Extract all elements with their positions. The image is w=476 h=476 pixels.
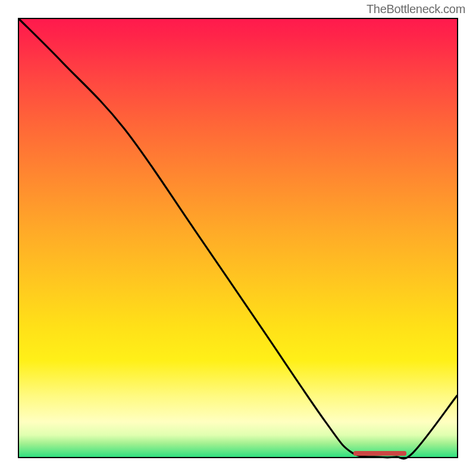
chart-line (19, 19, 457, 457)
chart-plot-area (18, 18, 458, 458)
chart-highlight-marker (353, 451, 406, 456)
watermark-text: TheBottleneck.com (367, 2, 465, 16)
